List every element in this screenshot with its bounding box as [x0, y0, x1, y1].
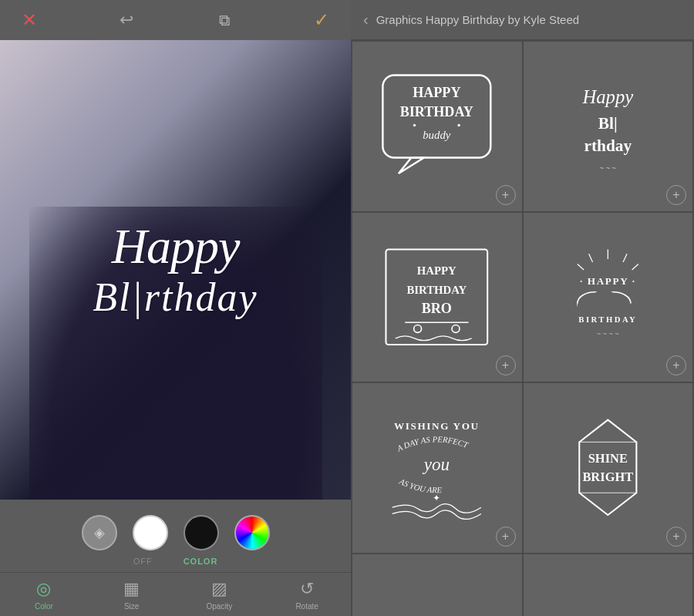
- svg-line-20: [589, 254, 593, 262]
- tab-size[interactable]: ▦ Size: [88, 573, 176, 616]
- rotate-tab-icon: ↺: [300, 579, 314, 599]
- right-panel: ‹ Graphics Happy Birthday by Kyle Steed …: [351, 0, 694, 616]
- svg-point-6: [458, 124, 460, 126]
- svg-line-19: [623, 254, 627, 262]
- sticker-item-7[interactable]: HAPPY: [352, 554, 522, 617]
- svg-line-39: [579, 420, 608, 443]
- label-color: COLOR: [184, 557, 218, 566]
- svg-text:BRIGHT: BRIGHT: [582, 470, 633, 485]
- sticker-item-5[interactable]: WISHING YOU A DAY AS PERFECT you AS YOU …: [352, 383, 522, 553]
- sticker-item-8[interactable]: [524, 554, 693, 617]
- svg-text:HAPPY: HAPPY: [413, 86, 461, 101]
- tab-opacity[interactable]: ▨ Opacity: [176, 573, 264, 616]
- sticker-svg-3: HAPPY BIRTHDAY BRO: [373, 234, 500, 361]
- undo-button[interactable]: ↩: [113, 6, 140, 34]
- svg-text:· HAPPY ·: · HAPPY ·: [580, 275, 636, 287]
- svg-text:rthday: rthday: [584, 137, 632, 156]
- svg-text:HAPPY: HAPPY: [417, 264, 456, 277]
- rotate-tab-label: Rotate: [295, 602, 318, 611]
- svg-line-40: [608, 420, 636, 443]
- svg-line-22: [578, 264, 584, 269]
- add-sticker-3[interactable]: +: [496, 355, 516, 375]
- bottom-controls: OFF COLOR ◎ Color ▦ Size ▨ Opacity ↺ Rot…: [0, 500, 351, 616]
- color-labels: OFF COLOR: [0, 554, 351, 572]
- layers-button[interactable]: ⧉: [211, 6, 238, 34]
- silhouette: [29, 207, 322, 500]
- sticker-svg-5: WISHING YOU A DAY AS PERFECT you AS YOU …: [373, 404, 500, 531]
- sticker-item-1[interactable]: HAPPY BIRTHDAY buddy +: [352, 42, 522, 211]
- top-toolbar: ✕ ↩ ⧉ ✓: [0, 0, 351, 40]
- close-icon: ✕: [22, 9, 37, 31]
- add-sticker-2[interactable]: +: [666, 185, 686, 205]
- tab-color[interactable]: ◎ Color: [0, 573, 88, 616]
- back-button[interactable]: ‹: [363, 11, 369, 29]
- sticker-grid: HAPPY BIRTHDAY buddy + Happy Bl| rthday …: [351, 40, 694, 616]
- sticker-item-3[interactable]: HAPPY BIRTHDAY BRO +: [352, 213, 522, 382]
- color-tab-icon: ◎: [36, 579, 51, 599]
- add-sticker-6[interactable]: +: [666, 527, 686, 547]
- svg-text:~ ~ ~ ~: ~ ~ ~ ~: [597, 330, 619, 338]
- svg-text:BRO: BRO: [422, 301, 452, 316]
- svg-line-21: [632, 264, 638, 269]
- swatch-rainbow[interactable]: [234, 515, 270, 550]
- add-sticker-1[interactable]: +: [496, 185, 516, 205]
- svg-text:BIRTHDAY: BIRTHDAY: [407, 284, 467, 296]
- svg-text:Bl|: Bl|: [598, 115, 618, 133]
- breadcrumb-text: Graphics Happy Birthday by Kyle Steed: [376, 13, 579, 26]
- sticker-item-2[interactable]: Happy Bl| rthday ~ ~ ~ +: [524, 42, 693, 211]
- svg-text:BIRTHDAY: BIRTHDAY: [578, 315, 637, 324]
- svg-rect-11: [386, 250, 488, 345]
- swatch-white[interactable]: [133, 515, 168, 550]
- opacity-tab-icon: ▨: [211, 579, 227, 599]
- color-tab-label: Color: [35, 602, 53, 611]
- svg-point-17: [453, 325, 460, 332]
- svg-text:Happy: Happy: [581, 87, 633, 108]
- svg-text:WISHING YOU: WISHING YOU: [394, 420, 480, 432]
- undo-icon: ↩: [120, 10, 133, 30]
- svg-text:BIRTHDAY: BIRTHDAY: [400, 104, 473, 119]
- sticker-item-6[interactable]: SHINE BRIGHT +: [524, 383, 693, 553]
- sticker-svg-4: · HAPPY · BIRTHDAY ~ ~ ~ ~: [544, 234, 672, 361]
- swatch-black[interactable]: [184, 515, 219, 550]
- right-header: ‹ Graphics Happy Birthday by Kyle Steed: [351, 0, 694, 40]
- size-tab-icon: ▦: [123, 579, 140, 599]
- color-swatch-row: [0, 509, 351, 554]
- svg-text:~ ~ ~: ~ ~ ~: [600, 164, 616, 172]
- add-sticker-4[interactable]: +: [666, 355, 686, 375]
- tab-rotate[interactable]: ↺ Rotate: [263, 573, 351, 616]
- svg-text:you: you: [423, 455, 450, 475]
- canvas-area[interactable]: Happy Bl|rthday: [0, 40, 351, 500]
- close-button[interactable]: ✕: [15, 6, 43, 34]
- canvas-image: Happy Bl|rthday: [0, 40, 351, 500]
- svg-text:✦: ✦: [433, 493, 441, 503]
- bottom-tabs: ◎ Color ▦ Size ▨ Opacity ↺ Rotate: [0, 572, 351, 616]
- svg-point-16: [414, 325, 422, 332]
- sticker-svg-1: HAPPY BIRTHDAY buddy: [373, 62, 500, 190]
- svg-text:SHINE: SHINE: [588, 451, 628, 466]
- size-tab-label: Size: [124, 602, 139, 611]
- label-off: OFF: [133, 557, 153, 566]
- sticker-svg-2: Happy Bl| rthday ~ ~ ~: [544, 62, 672, 190]
- sticker-item-4[interactable]: · HAPPY · BIRTHDAY ~ ~ ~ ~ +: [524, 213, 693, 382]
- svg-point-5: [413, 124, 416, 126]
- confirm-button[interactable]: ✓: [308, 6, 335, 34]
- layers-icon: ⧉: [219, 12, 230, 29]
- swatch-transparent[interactable]: [82, 515, 117, 550]
- sticker-svg-6: SHINE BRIGHT: [544, 404, 672, 531]
- add-sticker-5[interactable]: +: [496, 527, 516, 547]
- svg-text:AS                 YOU ARE: AS YOU ARE: [398, 476, 443, 495]
- left-panel: ✕ ↩ ⧉ ✓ Happy Bl|rthday: [0, 0, 351, 616]
- svg-text:buddy: buddy: [423, 129, 452, 141]
- svg-text:A DAY AS PERFECT: A DAY AS PERFECT: [395, 435, 470, 454]
- svg-marker-1: [399, 158, 424, 174]
- opacity-tab-label: Opacity: [206, 602, 232, 611]
- check-icon: ✓: [314, 9, 329, 31]
- svg-marker-36: [579, 420, 636, 515]
